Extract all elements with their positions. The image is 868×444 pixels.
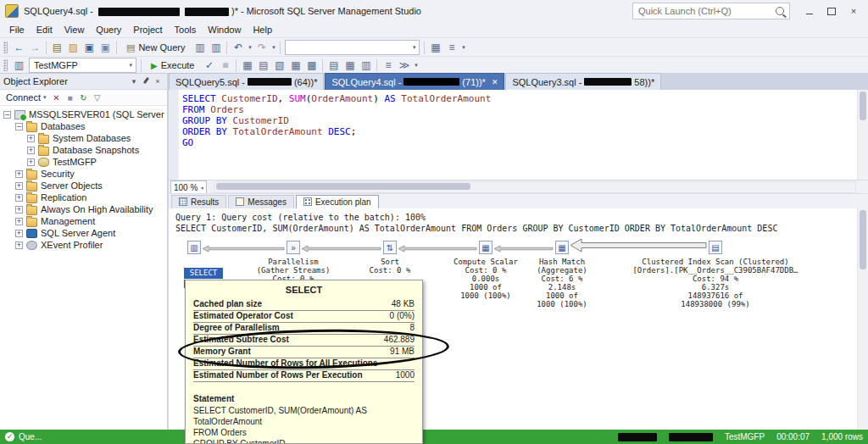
parse-icon[interactable]: ✓ [201, 58, 217, 73]
doc-tab-sqlquery4-sql[interactable]: SQLQuery4.sql - (71))*✕ [325, 73, 504, 90]
actual-plan-icon[interactable]: ▦ [287, 58, 303, 73]
tab-close-icon[interactable]: ✕ [492, 78, 498, 86]
indent-icon[interactable]: ≫ [396, 58, 412, 73]
tree-expander-icon[interactable]: + [27, 147, 35, 154]
tree-item-testmgfp[interactable]: +TestMGFP [0, 156, 167, 168]
clustered-index-scan-node-label[interactable]: Clustered Index Scan (Clustered)[Orders]… [622, 258, 809, 308]
open-file-icon[interactable]: ▨ [65, 41, 81, 55]
tree-expander-icon[interactable]: + [15, 241, 23, 249]
pin-icon[interactable] [140, 77, 152, 86]
tree-expander-icon[interactable]: + [15, 218, 23, 225]
results-tab-execution-plan[interactable]: Execution plan [296, 195, 379, 209]
tree-expander-icon[interactable]: + [15, 170, 23, 178]
menu-help[interactable]: Help [247, 24, 278, 36]
menu-window[interactable]: Window [202, 24, 247, 36]
save-icon[interactable]: ▣ [81, 41, 97, 55]
intellisense-icon[interactable]: ▧ [271, 58, 287, 73]
search-combo[interactable]: ▾ [285, 40, 420, 55]
tree-item-mssqlserver01-sql-server[interactable]: –MSSQLSERVER01 (SQL Server [0, 108, 167, 120]
nav-forward-icon[interactable]: → [27, 41, 43, 55]
dropdown-caret-icon[interactable]: ▾ [412, 58, 420, 73]
chevron-down-icon[interactable]: ▾ [411, 44, 418, 51]
save-all-icon[interactable]: ▣ [97, 41, 114, 55]
chevron-down-icon[interactable]: ▾ [128, 77, 140, 86]
database-combo[interactable]: TestMGFP▾ [29, 58, 136, 73]
tree-item-security[interactable]: +Security [0, 168, 167, 180]
filter-icon[interactable]: ▽ [91, 91, 104, 104]
disconnect-icon[interactable]: ✕ [50, 91, 64, 104]
query-options-icon[interactable]: ▤ [255, 58, 271, 73]
new-analysis-query-icon[interactable]: ▥ [208, 41, 224, 55]
tree-expander-icon[interactable]: – [3, 111, 11, 119]
tree-expander-icon[interactable]: + [27, 158, 35, 166]
available-databases-icon[interactable]: ▥ [11, 58, 27, 73]
select-node-label[interactable]: SELECT [184, 268, 223, 279]
tree-item-server-objects[interactable]: +Server Objects [0, 180, 167, 191]
quick-launch-box[interactable] [632, 3, 790, 19]
clustered-index-scan-operator-icon[interactable]: ▤ [709, 241, 722, 254]
menu-tools[interactable]: Tools [169, 24, 203, 36]
results-tab-messages[interactable]: Messages [228, 195, 294, 209]
tree-expander-icon[interactable]: + [27, 135, 35, 142]
hash-match-operator-icon[interactable]: ▦ [555, 241, 569, 254]
dropdown-caret-icon[interactable]: ▾ [246, 41, 253, 55]
sql-editor[interactable]: SELECT CustomerID, SUM(OrderAmount) AS T… [169, 90, 868, 180]
sort-node-label[interactable]: SortCost: 0 % [358, 258, 422, 275]
tree-expander-icon[interactable]: + [15, 194, 23, 202]
menu-view[interactable]: View [58, 24, 91, 36]
results-to-file-icon[interactable]: ▥ [358, 58, 374, 73]
select-operator-icon[interactable]: ▥ [187, 241, 201, 254]
tree-item-replication[interactable]: +Replication [0, 191, 167, 203]
properties-icon[interactable]: ≡ [443, 41, 459, 55]
menu-edit[interactable]: Edit [31, 24, 58, 36]
tree-expander-icon[interactable]: + [15, 206, 23, 214]
restore-button[interactable] [821, 3, 843, 19]
quick-launch-input[interactable] [637, 5, 776, 17]
doc-tab-sqlquery5-sql[interactable]: SQLQuery5.sql - (64))* [169, 73, 324, 90]
doc-tab-sqlquery3-sql[interactable]: SQLQuery3.sql - 58))* [505, 73, 661, 90]
connect-button[interactable]: Connect ▾ [3, 91, 50, 104]
dropdown-caret-icon[interactable]: ▾ [459, 41, 467, 55]
menu-query[interactable]: Query [90, 24, 127, 36]
nav-back-icon[interactable]: ← [11, 41, 27, 55]
tree-expander-icon[interactable]: + [15, 182, 23, 190]
tree-item-system-databases[interactable]: +System Databases [0, 132, 167, 144]
tree-item-databases[interactable]: –Databases [0, 120, 167, 132]
tree-item-xevent-profiler[interactable]: +XEvent Profiler [0, 239, 167, 251]
tree-item-sql-server-agent[interactable]: +SQL Server Agent [0, 227, 167, 239]
parallelism-operator-icon[interactable]: » [287, 241, 300, 254]
menu-project[interactable]: Project [127, 24, 168, 36]
sort-operator-icon[interactable]: ⇅ [383, 241, 397, 254]
results-tab-results[interactable]: Results [171, 195, 226, 209]
tree-item-management[interactable]: +Management [0, 215, 167, 227]
cancel-query-icon[interactable]: ■ [217, 58, 233, 73]
refresh-icon[interactable]: ↻ [77, 91, 91, 104]
tree-item-always-on-high-availability[interactable]: +Always On High Availability [0, 203, 167, 215]
editor-horizontal-scrollbar[interactable] [214, 181, 856, 193]
results-to-text-icon[interactable]: ▤ [326, 58, 342, 73]
estimated-plan-icon[interactable]: ▦ [239, 58, 255, 73]
menu-file[interactable]: File [3, 24, 31, 36]
undo-icon[interactable]: ↶ [230, 41, 246, 55]
results-to-grid-icon[interactable]: ▦ [342, 58, 358, 73]
plan-vertical-scrollbar[interactable] [857, 208, 868, 430]
tree-expander-icon[interactable]: – [15, 123, 23, 130]
redo-icon[interactable]: ↷ [253, 41, 270, 55]
execute-button[interactable]: ▶Execute [145, 57, 200, 74]
hash-match-node-label[interactable]: Hash Match(Aggregate)Cost: 6 %2.148s1000… [520, 258, 604, 308]
compute-scalar-operator-icon[interactable]: ▦ [479, 241, 492, 254]
dropdown-caret-icon[interactable]: ▾ [270, 41, 277, 55]
new-dbengine-query-icon[interactable]: ▥ [192, 41, 208, 55]
close-button[interactable]: × [843, 3, 865, 19]
minimize-button[interactable] [798, 3, 821, 19]
new-query-button[interactable]: ▤New Query [120, 39, 191, 56]
live-stats-icon[interactable]: ▩ [303, 58, 320, 73]
comment-icon[interactable]: ≡ [380, 58, 396, 73]
editor-vertical-scrollbar[interactable] [857, 90, 868, 180]
tree-item-database-snapshots[interactable]: +Database Snapshots [0, 144, 167, 156]
activity-monitor-icon[interactable]: ▦ [427, 41, 443, 55]
chevron-down-icon[interactable]: ▾ [127, 62, 134, 69]
compute-scalar-node-label[interactable]: Compute ScalarCost: 0 %0.000s1000 of1000… [443, 258, 528, 300]
new-project-icon[interactable]: ▤ [49, 41, 65, 55]
zoom-selector[interactable]: 100 % ▾ [170, 180, 207, 194]
